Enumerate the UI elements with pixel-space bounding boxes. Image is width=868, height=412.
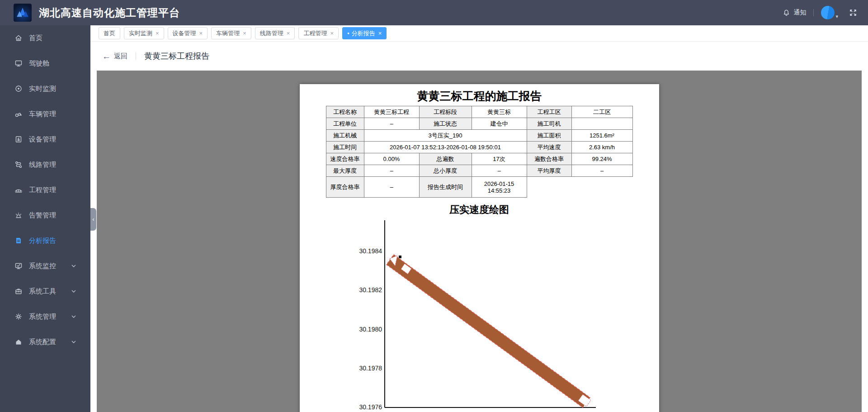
back-button[interactable]: ← 返回 [102,52,127,61]
sidebar-item-label: 系统管理 [29,313,56,321]
logo-crystal-icon [15,5,30,20]
table-cell-label: 平均速度 [527,142,571,153]
realtime-monitor-icon [14,85,23,93]
sidebar-item-device[interactable]: 设备管理 [0,127,90,152]
sidebar-item-system-tools[interactable]: 系统工具 [0,279,90,304]
bell-icon [783,9,790,17]
tab-label: 首页 [104,29,115,38]
sidebar-item-route[interactable]: 线路管理 [0,152,90,177]
table-cell-empty [527,177,632,198]
chevron-down-icon [71,265,76,267]
report-title: 黄黄三标工程的施工报告 [300,84,659,104]
tab-label: 车辆管理 [216,29,240,38]
table-cell-value: 99.24% [571,153,632,165]
route-icon [14,161,23,169]
table-row: 工程单位 – 施工状态 建仓中 施工司机 [326,118,632,130]
tab-bar: 首页 实时监测 × 设备管理 × 车辆管理 × 线路管理 × 工程管理 × ● … [90,25,868,42]
table-cell-label: 施工司机 [527,118,571,130]
user-menu[interactable]: ▾ [821,6,838,19]
table-cell-label: 总遍数 [419,153,472,165]
main-area: 首页 实时监测 × 设备管理 × 车辆管理 × 线路管理 × 工程管理 × ● … [90,25,868,412]
table-cell-label: 厚度合格率 [326,177,364,198]
sidebar-item-label: 首页 [29,34,42,43]
table-cell-label: 速度合格率 [326,153,364,165]
table-cell-label: 工程工区 [527,106,571,118]
chevron-down-icon: ▾ [835,14,838,19]
close-icon[interactable]: × [243,30,246,36]
report-toolbar: ← 返回 黄黄三标工程报告 [90,42,868,71]
close-icon[interactable]: × [378,30,382,36]
toolbar-divider [136,52,136,60]
sidebar-item-label: 告警管理 [29,211,56,220]
table-cell-value: 2026-01-07 13:52:13-2026-01-08 19:50:01 [364,142,527,153]
sidebar-item-label: 分析报告 [29,237,56,245]
fullscreen-button[interactable] [849,9,857,17]
close-icon[interactable]: × [156,30,159,36]
table-cell-value: 0.00% [364,153,419,165]
report-icon [14,237,23,245]
sidebar-item-cockpit[interactable]: 驾驶舱 [0,51,90,76]
tab-route-manage[interactable]: 线路管理 × [255,27,295,39]
table-cell-label: 遍数合格率 [527,153,571,165]
sidebar-item-label: 系统工具 [29,287,56,296]
sidebar-item-label: 系统监控 [29,262,56,270]
sidebar-item-realtime-monitor[interactable]: 实时监测 [0,76,90,101]
tab-realtime-monitor[interactable]: 实时监测 × [124,27,164,39]
sidebar-item-system-monitor[interactable]: 系统监控 [0,253,90,279]
back-arrow-icon: ← [102,52,111,61]
table-row: 速度合格率 0.00% 总遍数 17次 遍数合格率 99.24% [326,153,632,165]
table-cell-label: 工程标段 [419,106,472,118]
system-config-icon [14,338,23,346]
sidebar-item-label: 实时监测 [29,85,56,93]
back-label: 返回 [114,52,127,61]
close-icon[interactable]: × [330,30,334,36]
table-cell-label: 施工时间 [326,142,364,153]
sidebar-item-project[interactable]: 工程管理 [0,177,90,203]
table-cell-label: 平均厚度 [527,165,571,177]
y-tick-label: 30.1980 [359,326,382,333]
table-cell-value: 2026-01-15 14:55:23 [472,177,527,198]
page-title: 黄黄三标工程报告 [144,51,209,62]
chevron-down-icon [71,315,76,318]
table-row: 施工机械 3号压实_190 施工面积 1251.6m² [326,130,632,142]
table-cell-value: – [571,165,632,177]
tab-vehicle-manage[interactable]: 车辆管理 × [211,27,251,39]
vehicle-icon [14,110,23,118]
table-cell-label: 报告生成时间 [419,177,472,198]
table-cell-label: 最大厚度 [326,165,364,177]
table-cell-label: 施工状态 [419,118,472,130]
notification-button[interactable]: 通知 [783,9,806,17]
report-viewer[interactable]: 黄黄三标工程的施工报告 工程名称 黄黄三标工程 工程标段 黄黄三标 工程工区 二… [97,71,862,412]
home-icon [14,34,23,42]
sidebar-item-label: 工程管理 [29,186,56,194]
table-cell-label: 施工机械 [326,130,364,142]
tab-analysis-report[interactable]: ● 分析报告 × [342,27,387,39]
sidebar-item-vehicle[interactable]: 车辆管理 [0,101,90,127]
sidebar-item-analysis-report[interactable]: 分析报告 [0,228,90,253]
close-icon[interactable]: × [199,30,203,36]
table-row: 厚度合格率 – 报告生成时间 2026-01-15 14:55:23 [326,177,632,198]
table-cell-label: 施工面积 [527,130,571,142]
fullscreen-icon [849,9,857,17]
sidebar-item-alarm[interactable]: 告警管理 [0,203,90,228]
tab-home[interactable]: 首页 [99,27,120,39]
tab-project-manage[interactable]: 工程管理 × [298,27,339,39]
sidebar-item-system-manage[interactable]: 系统管理 [0,304,90,329]
sidebar-item-home[interactable]: 首页 [0,25,90,51]
header-divider [813,9,814,16]
y-tick-label: 30.1978 [359,365,382,372]
sidebar-item-system-config[interactable]: 系统配置 [0,329,90,355]
system-tools-icon [14,287,23,295]
table-cell-value: 17次 [472,153,527,165]
sidebar-collapse-handle[interactable]: ‹ [90,208,96,231]
app-title: 湖北高速自动化施工管理平台 [39,6,180,20]
sidebar: 首页 驾驶舱 实时监测 车辆管理 设备管理 [0,25,90,412]
system-manage-icon [14,313,23,321]
table-cell-value: 建仓中 [472,118,527,130]
table-cell-value: 2.63 km/h [571,142,632,153]
tab-device-manage[interactable]: 设备管理 × [168,27,208,39]
report-page: 黄黄三标工程的施工报告 工程名称 黄黄三标工程 工程标段 黄黄三标 工程工区 二… [300,84,659,412]
y-tick-label: 30.1982 [359,286,382,294]
close-icon[interactable]: × [287,30,290,36]
table-row: 施工时间 2026-01-07 13:52:13-2026-01-08 19:5… [326,142,632,153]
